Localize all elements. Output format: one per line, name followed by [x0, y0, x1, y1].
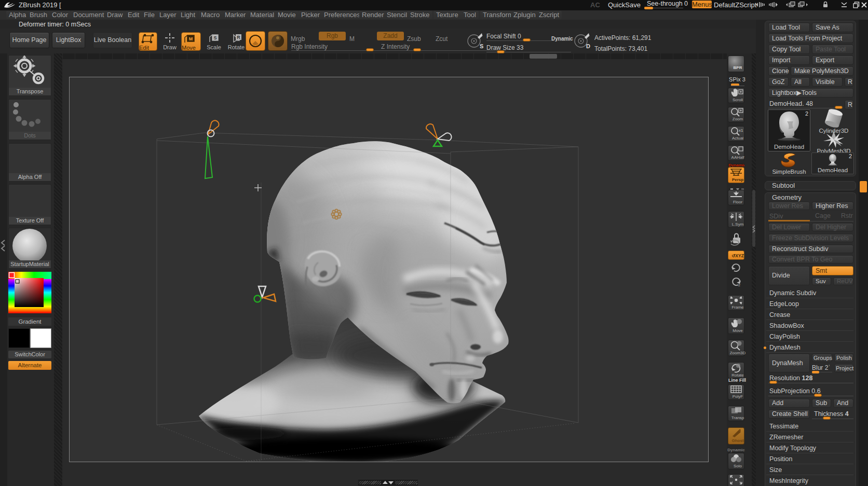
svg-text:M: M — [189, 36, 193, 41]
svg-text:x1: x1 — [739, 128, 743, 133]
svg-text:D: D — [586, 43, 590, 49]
svg-text:2: 2 — [738, 283, 740, 287]
svg-text:S: S — [213, 35, 216, 40]
svg-text:R: R — [237, 35, 240, 40]
svg-text:S: S — [480, 43, 483, 49]
